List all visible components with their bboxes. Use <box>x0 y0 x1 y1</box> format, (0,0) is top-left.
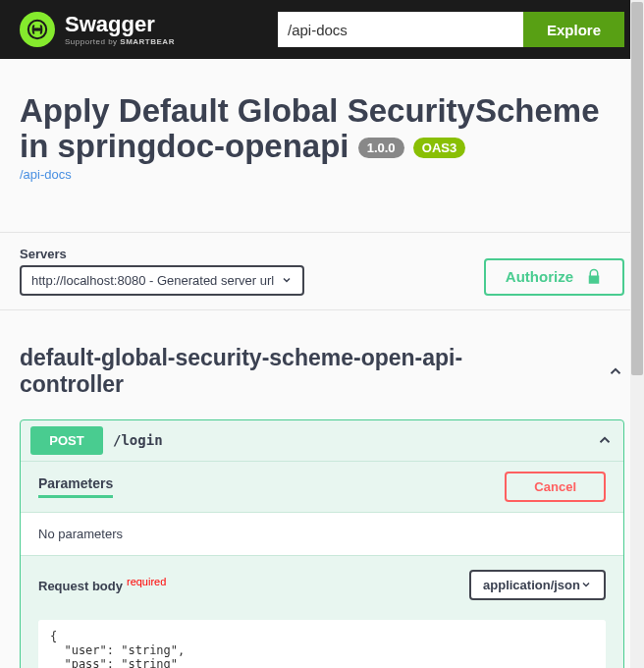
brand: Swagger Supported by SMARTBEAR <box>20 12 278 47</box>
spec-url-input[interactable] <box>278 12 523 47</box>
api-docs-link[interactable]: /api-docs <box>20 167 72 182</box>
servers-label: Servers <box>20 247 304 261</box>
authorize-button[interactable]: Authorize <box>484 258 624 296</box>
brand-name: Swagger <box>65 14 175 35</box>
content-type-select[interactable]: application/json <box>469 570 606 600</box>
chevron-up-icon <box>607 362 624 380</box>
oas-badge: OAS3 <box>413 138 465 158</box>
method-badge: POST <box>30 426 103 455</box>
chevron-down-icon <box>580 579 592 590</box>
server-select[interactable]: http://localhost:8080 - Generated server… <box>20 265 304 296</box>
no-parameters-text: No parameters <box>21 512 623 555</box>
scrollbar-thumb[interactable] <box>631 2 643 375</box>
cancel-button[interactable]: Cancel <box>505 472 606 502</box>
explore-button[interactable]: Explore <box>523 12 624 47</box>
page-title: Apply Default Global SecurityScheme in s… <box>20 93 624 165</box>
version-badge: 1.0.0 <box>358 138 404 158</box>
required-label: required <box>127 576 166 587</box>
request-body-editor[interactable]: { "user": "string", "pass": "string" } <box>38 620 606 668</box>
parameters-heading: Parameters <box>38 475 113 498</box>
tag-name: default-global-security-scheme-open-api-… <box>20 345 564 398</box>
brand-subtitle: Supported by SMARTBEAR <box>65 37 175 46</box>
api-title-block: Apply Default Global SecurityScheme in s… <box>20 93 624 183</box>
scrollbar-track[interactable] <box>630 0 644 668</box>
operation-path: /login <box>113 432 596 448</box>
topbar: Swagger Supported by SMARTBEAR Explore <box>0 0 644 59</box>
operation-block: POST /login Parameters Cancel No paramet… <box>20 419 624 668</box>
content-type-value: application/json <box>483 578 580 592</box>
chevron-down-icon <box>281 274 293 286</box>
lock-icon <box>585 268 603 286</box>
server-selected-value: http://localhost:8080 - Generated server… <box>31 273 281 288</box>
operation-header[interactable]: POST /login <box>21 420 623 461</box>
svg-point-3 <box>38 28 40 30</box>
tag-header[interactable]: default-global-security-scheme-open-api-… <box>20 345 624 398</box>
swagger-logo-icon <box>20 12 55 47</box>
request-body-heading: Request bodyrequired <box>38 576 166 593</box>
chevron-up-icon <box>596 431 614 449</box>
